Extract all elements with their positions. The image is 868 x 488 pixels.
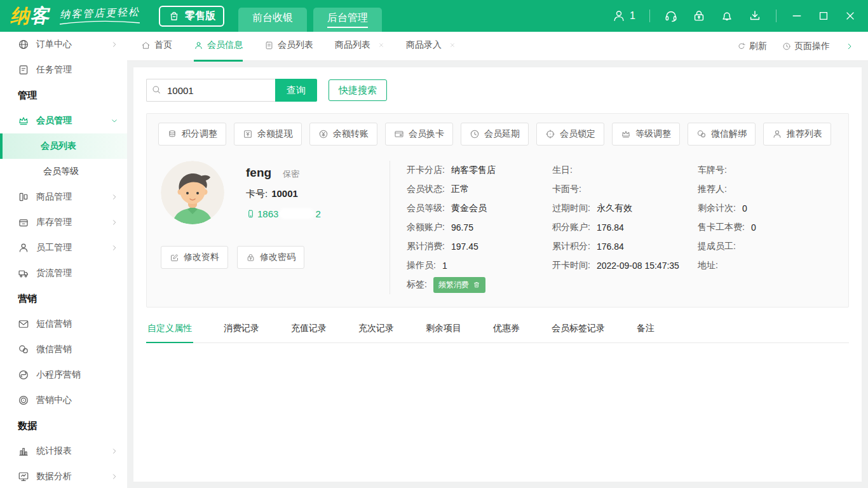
edition-badge: 零售版 (159, 6, 224, 27)
member-tag-chip[interactable]: 频繁消费 (433, 277, 485, 293)
chevron-right-icon (111, 473, 118, 480)
user-icon (194, 41, 203, 50)
detail-row: 卡面号: (552, 180, 691, 199)
window-close-button[interactable] (844, 10, 857, 22)
balance-transfer-button[interactable]: 余额转账 (309, 123, 377, 146)
tab-goods-list[interactable]: 商品列表 (335, 31, 384, 62)
goods-icon (18, 191, 29, 203)
chevron-right-icon[interactable] (845, 42, 854, 51)
member-lock-button[interactable]: 会员锁定 (536, 123, 604, 146)
sidebar-item-marketing-center[interactable]: 营销中心 (0, 388, 127, 413)
window-minimize-button[interactable] (790, 10, 803, 22)
lock-icon (246, 253, 255, 262)
tab-member-list[interactable]: 会员列表 (264, 31, 313, 62)
sidebar-item-stock-manage[interactable]: 库存管理 (0, 210, 127, 235)
sidebar-subitem-member-level[interactable]: 会员等级 (0, 159, 127, 184)
member-edit-buttons: 修改资料 修改密码 (161, 246, 390, 269)
edit-password-button[interactable]: 修改密码 (237, 246, 304, 269)
top-bar-icons: 1 (612, 9, 857, 23)
sidebar-item-staff-manage[interactable]: 员工管理 (0, 235, 127, 261)
sidebar-item-goods-manage[interactable]: 商品管理 (0, 184, 127, 210)
member-gender-privacy: 保密 (283, 168, 299, 180)
sidebar-item-member-manage[interactable]: 会员管理 (0, 108, 127, 133)
quick-search-button[interactable]: 快捷搜索 (329, 79, 387, 101)
detail-tab-consume-records[interactable]: 消费记录 (222, 323, 261, 343)
detail-row: 累计消费:197.45 (407, 237, 546, 256)
wechat-unbind-button[interactable]: 微信解绑 (688, 123, 756, 146)
main-area: 首页 会员信息 会员列表 商品列表 商品录入 刷新 页面操作 (127, 32, 868, 488)
sidebar-item-sms-marketing[interactable]: 短信营销 (0, 311, 127, 337)
member-search-input[interactable] (146, 79, 275, 102)
monitor-icon (18, 471, 29, 482)
sidebar-item-logistics-manage[interactable]: 货流管理 (0, 261, 127, 286)
doc-icon (264, 41, 274, 50)
page-operations-button[interactable]: 页面操作 (782, 41, 830, 52)
sidebar-section-data: 数据 (0, 413, 127, 438)
sidebar-item-miniprogram-marketing[interactable]: 小程序营销 (0, 362, 127, 388)
detail-row: 生日: (552, 161, 691, 180)
detail-tab-remarks[interactable]: 备注 (635, 323, 656, 343)
sidebar-subitem-member-list[interactable]: 会员列表 (0, 133, 127, 159)
level-adjust-button[interactable]: 等级调整 (612, 123, 680, 146)
card-replace-button[interactable]: 会员换卡 (385, 123, 453, 146)
member-phone[interactable]: 1863 2 (246, 208, 321, 219)
lock-screen-icon[interactable] (692, 9, 706, 23)
tab-home[interactable]: 首页 (141, 31, 172, 62)
bell-notification-icon[interactable] (720, 9, 734, 23)
detail-row: 开卡分店:纳客零售店 (407, 161, 546, 180)
person-icon (18, 242, 29, 254)
member-name: feng (246, 166, 271, 180)
tab-strip: 首页 会员信息 会员列表 商品列表 商品录入 刷新 页面操作 (127, 32, 868, 61)
detail-tab-remaining-items[interactable]: 剩余项目 (424, 323, 463, 343)
chevron-down-icon (111, 117, 118, 125)
nav-front-cashier-button[interactable]: 前台收银 (238, 8, 307, 32)
edit-profile-button[interactable]: 修改资料 (161, 246, 228, 269)
sidebar-item-order-center[interactable]: 订单中心 (0, 32, 127, 57)
member-card: 积分调整 余额提现 余额转账 会员换卡 (146, 113, 849, 308)
member-extend-button[interactable]: 会员延期 (461, 123, 529, 146)
box-icon (18, 217, 29, 228)
referral-list-button[interactable]: 推荐列表 (763, 123, 831, 146)
close-icon[interactable] (378, 42, 384, 48)
tab-goods-entry[interactable]: 商品录入 (406, 31, 456, 62)
online-user-count: 1 (630, 10, 635, 22)
download-icon[interactable] (748, 9, 762, 23)
member-detail-columns: 开卡分店:纳客零售店 会员状态:正常 会员等级:黄金会员 余额账户:96.75 … (390, 161, 837, 294)
phone-redaction (280, 210, 313, 218)
miniprogram-icon (18, 369, 29, 381)
query-button[interactable]: 查询 (275, 79, 317, 102)
sidebar-item-statistics-report[interactable]: 统计报表 (0, 438, 127, 464)
online-users-indicator[interactable]: 1 (612, 9, 635, 23)
sidebar-item-wechat-marketing[interactable]: 微信营销 (0, 337, 127, 362)
wechat-icon (18, 344, 29, 355)
detail-tab-tag-records[interactable]: 会员标签记录 (550, 323, 606, 343)
detail-row: 累计积分:176.84 (552, 237, 691, 256)
detail-tab-recharge-records[interactable]: 充值记录 (290, 323, 328, 343)
sidebar-item-data-analysis[interactable]: 数据分析 (0, 464, 127, 488)
detail-row: 地址: (698, 256, 837, 275)
task-icon (18, 64, 29, 76)
chevron-right-icon (111, 244, 118, 252)
detail-tab-times-records[interactable]: 充次记录 (357, 323, 395, 343)
headset-support-icon[interactable] (664, 9, 678, 23)
close-icon[interactable] (449, 42, 456, 48)
detail-row: 车牌号: (698, 161, 837, 180)
nav-backend-manage-button[interactable]: 后台管理 (313, 8, 382, 32)
detail-tab-coupons[interactable]: 优惠券 (492, 323, 521, 343)
member-avatar (161, 161, 224, 224)
crown-icon (621, 129, 631, 139)
balance-withdraw-button[interactable]: 余额提现 (234, 123, 302, 146)
refresh-icon (737, 42, 746, 51)
trash-icon[interactable] (473, 281, 480, 288)
detail-tab-custom-attrs[interactable]: 自定义属性 (146, 323, 193, 343)
points-adjust-button[interactable]: 积分调整 (158, 123, 226, 146)
tab-member-info[interactable]: 会员信息 (194, 31, 243, 62)
window-maximize-button[interactable] (817, 10, 830, 22)
refresh-button[interactable]: 刷新 (737, 41, 767, 52)
target-icon (18, 395, 29, 406)
coins-icon (167, 129, 177, 139)
crosshair-icon (545, 129, 555, 139)
mail-icon (18, 318, 29, 330)
wechat-icon (696, 129, 707, 139)
sidebar-item-task-manage[interactable]: 任务管理 (0, 57, 127, 83)
